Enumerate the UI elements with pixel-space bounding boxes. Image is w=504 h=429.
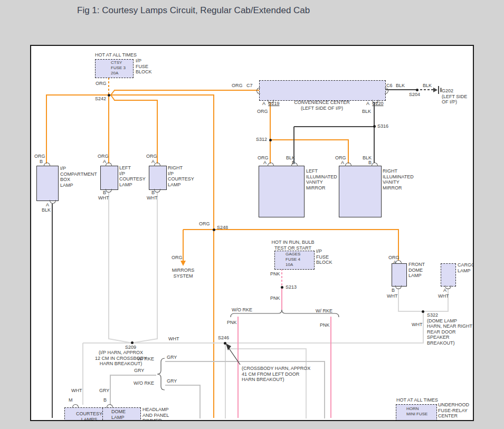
compartment-lamp-label: I/P COMPARTMENT BOX LAMP (60, 166, 97, 188)
pin-label: A (151, 159, 155, 165)
wire-wht-rightlamp-drop (157, 192, 158, 339)
wire-label: BLK (423, 83, 432, 89)
wire-gry-wrke-h (165, 361, 325, 362)
wire-wht-wrke-h (230, 348, 307, 349)
wire-wht-cargo-drop (448, 288, 449, 312)
wire-label: ORG (146, 154, 157, 159)
dimmer-dome-label: DOME LAMP (111, 409, 126, 420)
front-dome-lamp-box (392, 263, 407, 287)
pin-label: A (263, 160, 267, 166)
wire-wht-s246-drop (225, 345, 226, 418)
ground-g202-label: G202 (LEFT SIDE OF I/P) (442, 88, 467, 105)
crossbody-arrow-head (226, 344, 231, 350)
wire-label: BLK (396, 83, 405, 89)
gry-rke-brace (157, 358, 165, 390)
wire-pnk-worke-drop (237, 317, 239, 418)
horn-hot-label: HOT AT ALL TIMES (396, 397, 438, 403)
splice-s312-label: S312 (256, 137, 267, 142)
wire-wht-s322-drop (423, 312, 424, 344)
pin-label: B (368, 160, 372, 166)
pin-rv-b (372, 163, 378, 166)
left-courtesy-label: LEFT I/P COURTESY LAMP (119, 165, 146, 187)
pin-label: A (341, 160, 344, 166)
wire-org-lv-drop (270, 140, 271, 164)
wire-gry-dimmer-drop (110, 376, 111, 405)
pin-lc-b (106, 189, 112, 193)
splice-s246 (224, 342, 226, 345)
ground-bars-icon (439, 86, 441, 94)
splice-s209-label: S209 (125, 345, 136, 350)
wire-label: ORG (172, 255, 183, 261)
wire-label: ORG (199, 221, 210, 227)
pin-rv-a (345, 163, 351, 166)
wire-label: WHT (98, 195, 109, 201)
pin-dimmer-m (72, 404, 79, 408)
wire-org-bottom-drop (213, 230, 214, 418)
wire-pnk-s213-drop (281, 287, 282, 310)
pin-label: B (151, 190, 155, 196)
wire-org-mirrors-drop (183, 230, 184, 261)
wire-wht-dimmer-drop (82, 343, 83, 405)
wire-label: PNK (227, 320, 237, 326)
pin-a-label: A (366, 101, 369, 107)
wiring-diagram-canvas: HOT AT ALL TIMES CTSY FUSE 3 20A I/P FUS… (30, 45, 474, 421)
wire-wht-wrke-drop (306, 349, 307, 418)
pin-label: B (292, 160, 295, 166)
wire-org-c219-drop (270, 102, 271, 140)
wire-blk-rv-drop (374, 127, 375, 163)
wire-label: WHT (387, 293, 398, 299)
wire-org-s248-riser (213, 95, 214, 230)
wire-label: ORG (257, 109, 268, 115)
pin-lv-a (268, 163, 274, 166)
pin-dome-b (395, 285, 402, 289)
wire-org-to-c7 (114, 90, 259, 91)
wire-gry-worke-h (165, 385, 201, 386)
wire-label: WHT (71, 388, 82, 394)
splice-s248-label: S248 (217, 225, 228, 231)
wire-wht-main-h (83, 342, 424, 344)
pin-c6 (385, 88, 388, 94)
right-courtesy-label: RIGHT I/P COURTESY LAMP (168, 165, 194, 187)
wire-label: ORG (96, 81, 107, 87)
splice-s248 (213, 228, 215, 231)
pin-label: A (393, 260, 396, 265)
wire-label: WHT (168, 336, 179, 342)
wire-label: WHT (438, 293, 449, 299)
wire-label: WHT (147, 195, 158, 201)
wire-label: ORG (34, 154, 45, 159)
splice-s322-label: S322 (DOME LAMP HARN, NEAR RIGHT REAR DO… (427, 312, 472, 346)
cargo-lamp-box (441, 263, 456, 287)
ctsy-fuse-name: CTSY FUSE 3 20A (111, 60, 126, 76)
wire-org-rv-drop (348, 140, 349, 164)
splice-s312 (269, 139, 272, 141)
figure-title: Fig 1: Courtesy Lamps Circuit, Regular C… (77, 5, 310, 16)
dimmer-courtesy-label: COURTESY LAMPS (73, 411, 105, 421)
wire-gry-dimmer-h (110, 375, 156, 376)
pin-rc-a (154, 163, 160, 166)
pin-label: B (103, 397, 107, 403)
left-vanity-box (259, 166, 305, 217)
wire-label: WHT (412, 322, 423, 328)
pin-rc-b (154, 189, 160, 193)
pin-label: B (392, 288, 395, 293)
left-vanity-label: LEFT ILLUMINATED VANITY MIRROR (306, 168, 337, 190)
mirrors-system-label: MIRRORS SYSTEM (167, 268, 199, 279)
crossbody-note: (CROSSBODY HARN, APPROX 41 CM FROM LEFT … (242, 366, 310, 383)
wire-label: BLK (42, 207, 51, 213)
gages-hot-label: HOT IN RUN, BULB TEST OR START (261, 240, 325, 251)
splice-s204 (416, 89, 419, 91)
splice-s246-label: S246 (218, 335, 229, 341)
pin-lc-a (106, 163, 112, 166)
branch-label: W/O RKE (128, 380, 154, 386)
wire-org-comp-drop (46, 95, 47, 164)
wire-label: PNK (270, 295, 280, 301)
wire-label: PNK (270, 271, 280, 277)
connector-c220-label: C220 (372, 101, 384, 107)
cargo-lamp-label: CARGO LAMP (458, 262, 474, 273)
pin-label: M (69, 397, 73, 403)
wire-label: ORG (232, 83, 243, 89)
gages-fuse-name: GAGES FUSE 4 10A (286, 252, 300, 268)
ctsy-hot-label: HOT AT ALL TIMES (95, 52, 137, 58)
ctsy-block-label: I/P FUSE BLOCK (136, 58, 152, 75)
horn-block-label: UNDERHOOD FUSE-RELAY CENTER (438, 402, 469, 419)
